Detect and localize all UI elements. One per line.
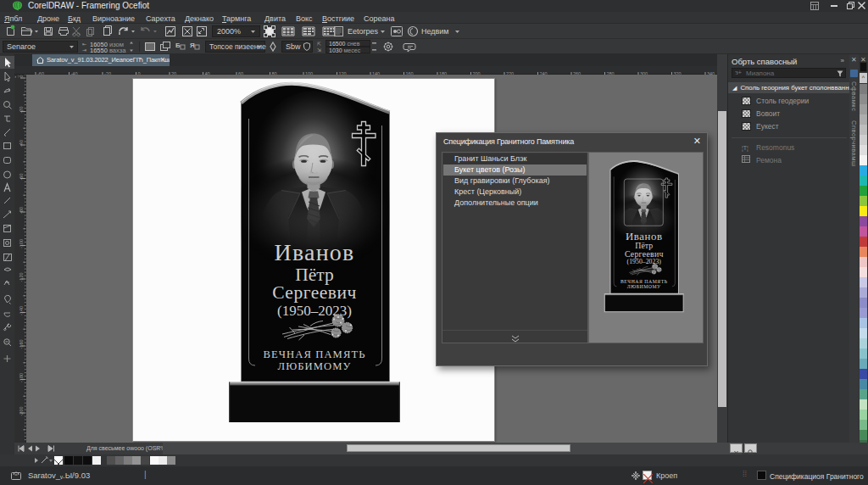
svg-text:-140: -140 [19, 306, 24, 315]
svg-text:⇲: ⇲ [317, 47, 321, 53]
svg-text:Недвим: Недвим [421, 27, 449, 36]
svg-text:-200: -200 [19, 406, 24, 415]
svg-text:-60: -60 [19, 174, 24, 181]
svg-text:16550 вахза: 16550 вахза [90, 47, 126, 54]
svg-text:-40: -40 [19, 140, 24, 147]
svg-text:-100: -100 [19, 239, 24, 248]
svg-text:16500 снев: 16500 снев [329, 41, 360, 47]
svg-text:-20: -20 [19, 107, 24, 114]
svg-text:⇥: ⇥ [82, 47, 86, 53]
svg-text:Sbw: Sbw [286, 42, 301, 51]
svg-text:Eetorpes: Eetorpes [348, 27, 379, 36]
svg-text:-80: -80 [19, 207, 24, 214]
svg-text:-160: -160 [19, 339, 24, 348]
svg-text:-180: -180 [19, 373, 24, 382]
svg-text:0: 0 [19, 75, 24, 77]
svg-text:Б: Б [175, 42, 181, 49]
svg-text:Senaroe: Senaroe [7, 42, 36, 51]
svg-text:1030 месес: 1030 месес [329, 47, 361, 53]
svg-text:⇱: ⇱ [317, 42, 321, 47]
svg-text:Я: Я [190, 42, 195, 49]
svg-text:⇤: ⇤ [82, 42, 86, 47]
svg-text:-120: -120 [19, 272, 24, 282]
svg-text:2000%: 2000% [217, 27, 241, 36]
